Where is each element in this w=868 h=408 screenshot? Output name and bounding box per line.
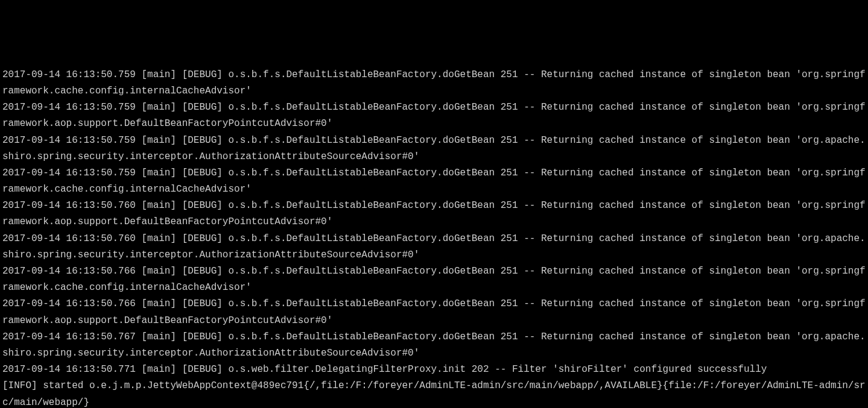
- log-line: 2017-09-14 16:13:50.766 [main] [DEBUG] o…: [2, 296, 866, 328]
- log-line: 2017-09-14 16:13:50.759 [main] [DEBUG] o…: [2, 67, 866, 99]
- log-line: 2017-09-14 16:13:50.766 [main] [DEBUG] o…: [2, 263, 866, 296]
- log-line: 2017-09-14 16:13:50.767 [main] [DEBUG] o…: [2, 329, 866, 362]
- log-line: 2017-09-14 16:13:50.760 [main] [DEBUG] o…: [2, 231, 866, 263]
- log-line: 2017-09-14 16:13:50.760 [main] [DEBUG] o…: [2, 198, 866, 230]
- console-output: 2017-09-14 16:13:50.759 [main] [DEBUG] o…: [2, 67, 866, 408]
- log-line: 2017-09-14 16:13:50.759 [main] [DEBUG] o…: [2, 133, 866, 165]
- log-line: 2017-09-14 16:13:50.759 [main] [DEBUG] o…: [2, 99, 866, 132]
- log-line: [INFO] started o.e.j.m.p.JettyWebAppCont…: [2, 378, 866, 408]
- log-line: 2017-09-14 16:13:50.771 [main] [DEBUG] o…: [2, 362, 866, 378]
- log-line: 2017-09-14 16:13:50.759 [main] [DEBUG] o…: [2, 165, 866, 198]
